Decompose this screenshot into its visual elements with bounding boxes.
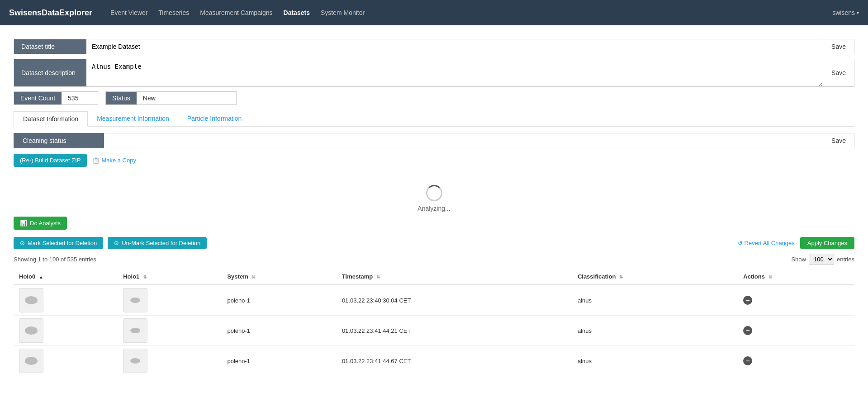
mark-icon: ⊙: [20, 240, 25, 246]
sort-icon-holo0: ▲: [39, 274, 43, 279]
entries-per-page-select[interactable]: 10 25 50 100: [809, 254, 834, 265]
holo1-image: [123, 318, 147, 343]
nav-datasets[interactable]: Datasets: [284, 7, 310, 18]
cell-holo0: [14, 285, 118, 316]
holo1-image: [123, 288, 147, 312]
dataset-title-row: Dataset title Save: [14, 39, 854, 54]
status-row: Event Count 535 Status New: [14, 91, 854, 105]
unmark-icon: ⊙: [114, 240, 119, 246]
holo0-shape: [25, 296, 38, 304]
holo0-image: [19, 318, 43, 343]
event-count-label: Event Count: [14, 92, 62, 104]
sort-icon-system: ⇅: [251, 274, 255, 279]
holo1-shape: [130, 298, 140, 303]
table-row: poleno-1 01.03.22 23:41:44.21 CET alnus …: [14, 316, 854, 346]
showing-text: Showing 1 to 100 of 535 entries: [14, 256, 96, 263]
analysis-icon: 📊: [20, 220, 27, 227]
cell-holo1: [118, 346, 222, 376]
holo1-image: [123, 349, 147, 373]
holo1-shape: [130, 328, 140, 333]
nav-event-viewer[interactable]: Event Viewer: [110, 7, 147, 18]
mark-row: ⊙ Mark Selected for Deletion ⊙ Un-Mark S…: [14, 237, 854, 249]
sort-icon-classification: ⇅: [619, 274, 623, 279]
apply-changes-button[interactable]: Apply Changes: [800, 237, 854, 249]
app-brand: SwisensDataExplorer: [9, 8, 92, 18]
revert-icon: ↺: [738, 240, 743, 246]
cell-system: poleno-1: [222, 285, 336, 316]
event-count-value: 535: [62, 92, 98, 104]
dataset-description-input[interactable]: Alnus Example: [86, 59, 823, 86]
delete-action-button[interactable]: −: [743, 356, 752, 365]
rebuild-zip-button[interactable]: (Re-) Build Dataset ZIP: [14, 154, 87, 167]
action-buttons-row: (Re-) Build Dataset ZIP 📋 Make a Copy: [14, 154, 854, 167]
dataset-title-input[interactable]: [86, 39, 823, 54]
col-holo0[interactable]: Holo0 ▲: [14, 269, 118, 285]
data-table: Holo0 ▲ Holo1 ⇅ System ⇅ Timestamp ⇅: [14, 269, 854, 376]
dataset-description-save-button[interactable]: Save: [823, 59, 854, 86]
show-entries-control: Show 10 25 50 100 entries: [791, 254, 854, 265]
cleaning-status-value: [104, 133, 823, 148]
status-label: Status: [106, 92, 137, 104]
cell-system: poleno-1: [222, 346, 336, 376]
mark-deletion-button[interactable]: ⊙ Mark Selected for Deletion: [14, 237, 103, 249]
cell-actions: −: [738, 316, 854, 346]
nav-system-monitor[interactable]: System Monitor: [321, 7, 365, 18]
cell-classification: alnus: [572, 346, 738, 376]
analyzing-section: Analyzing...: [14, 176, 854, 217]
cell-holo0: [14, 316, 118, 346]
delete-action-button[interactable]: −: [743, 296, 752, 305]
cleaning-status-row: Cleaning status Save: [14, 133, 854, 148]
col-system[interactable]: System ⇅: [222, 269, 336, 285]
sort-icon-holo1: ⇅: [143, 274, 147, 279]
col-holo1[interactable]: Holo1 ⇅: [118, 269, 222, 285]
do-analysis-row: 📊 Do Analysis: [14, 217, 854, 230]
tab-measurement-information[interactable]: Measurement Information: [88, 111, 178, 126]
event-count-box: Event Count 535: [14, 91, 98, 105]
entries-label: entries: [837, 256, 854, 263]
table-row: poleno-1 01.03.22 23:41:44.67 CET alnus …: [14, 346, 854, 376]
copy-icon: 📋: [92, 157, 100, 164]
make-copy-button[interactable]: 📋 Make a Copy: [92, 157, 136, 164]
cell-actions: −: [738, 285, 854, 316]
do-analysis-button[interactable]: 📊 Do Analysis: [14, 217, 67, 230]
tab-particle-information[interactable]: Particle Information: [178, 111, 251, 126]
nav-timeseries[interactable]: Timeseries: [158, 7, 189, 18]
table-body: poleno-1 01.03.22 23:40:30.04 CET alnus …: [14, 285, 854, 376]
cell-timestamp: 01.03.22 23:41:44.21 CET: [337, 316, 572, 346]
holo0-shape: [25, 326, 38, 335]
data-table-container: Holo0 ▲ Holo1 ⇅ System ⇅ Timestamp ⇅: [14, 269, 854, 376]
sort-icon-actions: ⇅: [768, 274, 772, 279]
cleaning-save-button[interactable]: Save: [823, 133, 854, 148]
col-timestamp[interactable]: Timestamp ⇅: [337, 269, 572, 285]
col-actions[interactable]: Actions ⇅: [738, 269, 854, 285]
nav-measurement-campaigns[interactable]: Measurement Campaigns: [200, 7, 272, 18]
holo0-image: [19, 288, 43, 312]
col-classification[interactable]: Classification ⇅: [572, 269, 738, 285]
showing-row: Showing 1 to 100 of 535 entries Show 10 …: [14, 254, 854, 265]
nav-links: Event Viewer Timeseries Measurement Camp…: [110, 7, 832, 18]
tab-dataset-information[interactable]: Dataset Information: [14, 111, 88, 127]
dataset-description-row: Dataset description Alnus Example Save: [14, 59, 854, 87]
delete-action-button[interactable]: −: [743, 326, 752, 335]
main-content: Dataset title Save Dataset description A…: [0, 25, 868, 416]
table-header-row: Holo0 ▲ Holo1 ⇅ System ⇅ Timestamp ⇅: [14, 269, 854, 285]
mark-right-buttons: ↺ Revert All Changes Apply Changes: [738, 237, 854, 249]
revert-changes-button[interactable]: ↺ Revert All Changes: [738, 240, 795, 246]
table-row: poleno-1 01.03.22 23:40:30.04 CET alnus …: [14, 285, 854, 316]
status-value: New: [137, 92, 236, 104]
unmark-deletion-button[interactable]: ⊙ Un-Mark Selected for Deletion: [108, 237, 207, 249]
cell-classification: alnus: [572, 285, 738, 316]
cell-holo1: [118, 316, 222, 346]
status-box: Status New: [105, 91, 237, 105]
cleaning-status-label: Cleaning status: [14, 133, 104, 148]
cell-system: poleno-1: [222, 316, 336, 346]
holo0-image: [19, 349, 43, 373]
dataset-description-label: Dataset description: [14, 59, 86, 86]
dataset-title-label: Dataset title: [14, 39, 86, 54]
holo1-shape: [130, 358, 140, 364]
dataset-title-save-button[interactable]: Save: [823, 39, 854, 54]
cell-holo0: [14, 346, 118, 376]
nav-user[interactable]: swisens: [832, 9, 859, 16]
holo0-shape: [25, 357, 38, 365]
cell-timestamp: 01.03.22 23:40:30.04 CET: [337, 285, 572, 316]
